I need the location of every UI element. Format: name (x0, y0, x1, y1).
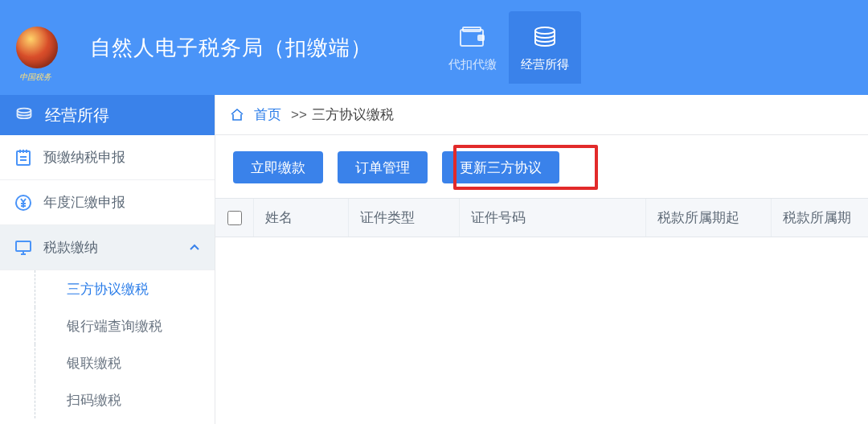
order-management-button[interactable]: 订单管理 (338, 151, 428, 183)
pay-now-button[interactable]: 立即缴款 (233, 151, 323, 183)
th-select (215, 199, 254, 237)
monitor-icon (14, 240, 32, 256)
app-title: 自然人电子税务局（扣缴端） (90, 34, 372, 62)
svg-rect-7 (16, 241, 31, 251)
refresh-agreement-button[interactable]: 更新三方协议 (442, 151, 559, 183)
nav-label: 税款缴纳 (43, 238, 98, 257)
breadcrumb-separator: >> (291, 107, 307, 123)
wallet-icon (458, 25, 487, 49)
toolbar: 立即缴款 订单管理 更新三方协议 (215, 135, 868, 198)
chevron-up-icon (189, 244, 200, 252)
coins-icon (531, 25, 559, 49)
yen-circle-icon (14, 194, 32, 212)
sub-label: 扫码缴税 (67, 391, 121, 410)
tax-emblem-logo: 中国税务 (16, 27, 58, 68)
svg-point-4 (18, 109, 31, 113)
main-content: 首页 >> 三方协议缴税 立即缴款 订单管理 更新三方协议 姓名 证件类型 证件… (215, 95, 868, 424)
svg-rect-2 (477, 35, 485, 41)
th-name: 姓名 (254, 199, 349, 237)
nav-item-annual[interactable]: 年度汇缴申报 (0, 180, 215, 225)
sub-label: 银行端查询缴税 (67, 317, 162, 335)
th-period-end: 税款所属期 (772, 199, 868, 237)
coins-icon (14, 106, 34, 124)
top-tab-label: 代扣代缴 (448, 57, 497, 72)
nav-item-payment[interactable]: 税款缴纳 (0, 225, 215, 270)
sub-item-tripartite[interactable]: 三方协议缴税 (14, 270, 215, 307)
home-icon (230, 108, 244, 122)
logo-caption: 中国税务 (19, 72, 51, 83)
breadcrumb: 首页 >> 三方协议缴税 (215, 95, 868, 135)
sidebar: 经营所得 预缴纳税申报 年度汇缴申报 (0, 95, 215, 424)
sub-label: 三方协议缴税 (67, 280, 149, 298)
nav-label: 预缴纳税申报 (43, 148, 125, 167)
sub-item-scan-pay[interactable]: 扫码缴税 (14, 381, 215, 418)
subnav-payment: 三方协议缴税 银行端查询缴税 银联缴税 扫码缴税 (0, 270, 215, 418)
th-docno: 证件号码 (460, 199, 646, 237)
select-all-checkbox[interactable] (227, 211, 242, 225)
th-period-start: 税款所属期起 (646, 199, 772, 237)
top-tab-business-income[interactable]: 经营所得 (509, 11, 581, 84)
top-tab-withholding[interactable]: 代扣代缴 (436, 11, 509, 84)
sidebar-header: 经营所得 (0, 95, 215, 135)
top-tabs: 代扣代缴 经营所得 (436, 11, 581, 84)
top-tab-label: 经营所得 (521, 57, 569, 72)
th-doctype: 证件类型 (349, 199, 460, 237)
nav-label: 年度汇缴申报 (43, 193, 125, 212)
notepad-icon (14, 149, 32, 167)
svg-rect-5 (17, 151, 30, 165)
data-table: 姓名 证件类型 证件号码 税款所属期起 税款所属期 (215, 198, 868, 237)
svg-point-3 (535, 27, 555, 34)
app-header: 中国税务 自然人电子税务局（扣缴端） 代扣代缴 (0, 0, 868, 95)
nav-item-prepay[interactable]: 预缴纳税申报 (0, 135, 215, 180)
sidebar-title: 经营所得 (45, 105, 109, 126)
sub-item-unionpay[interactable]: 银联缴税 (14, 344, 215, 381)
breadcrumb-home[interactable]: 首页 (254, 105, 281, 124)
breadcrumb-current: 三方协议缴税 (312, 105, 394, 124)
table-header: 姓名 证件类型 证件号码 税款所属期起 税款所属期 (215, 199, 868, 237)
sub-item-bank-query[interactable]: 银行端查询缴税 (14, 307, 215, 344)
sub-label: 银联缴税 (67, 354, 121, 373)
